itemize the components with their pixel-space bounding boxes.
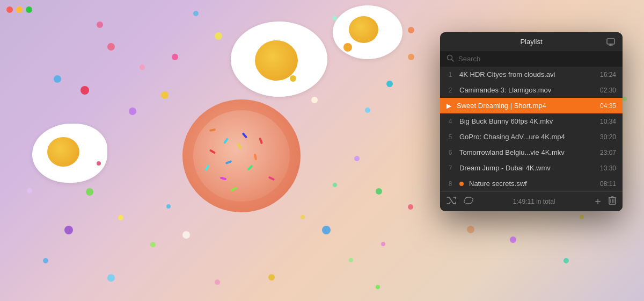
item-number: 4: [447, 118, 454, 125]
item-duration: 30:20: [600, 133, 616, 141]
item-duration: 04:35: [600, 102, 616, 110]
item-name: 4K HDR Cityes from clouds.avi: [459, 70, 595, 78]
playlist-item[interactable]: 4 Big Buck Bunny 60fps 4K.mkv 10:34: [440, 113, 623, 129]
playlist-item[interactable]: ▶ Sweet Dreaming | Short.mp4 04:35: [440, 98, 623, 113]
maximize-button[interactable]: [26, 6, 32, 13]
playlist-item[interactable]: 2 Caminandes 3: Llamigos.mov 02:30: [440, 82, 623, 98]
shuffle-button[interactable]: [447, 197, 456, 206]
delete-button[interactable]: [609, 196, 616, 207]
item-name: Big Buck Bunny 60fps 4K.mkv: [459, 117, 595, 125]
item-duration: 02:30: [600, 87, 616, 94]
item-name: GoPro: Chasing AdV...ure 4K.mp4: [459, 133, 595, 141]
item-name: Nature secrets.swf: [469, 180, 595, 188]
play-icon: ▶: [447, 102, 451, 110]
item-name: Dream Jump - Dubai 4K.wmv: [459, 164, 595, 172]
item-duration: 10:34: [600, 118, 616, 125]
minimize-button[interactable]: [16, 6, 23, 13]
add-button[interactable]: +: [595, 196, 601, 207]
item-number: 1: [447, 71, 454, 78]
item-number: 7: [447, 164, 454, 172]
screen-icon-button[interactable]: [606, 38, 615, 46]
item-duration: 13:30: [600, 164, 616, 172]
search-input[interactable]: [458, 55, 616, 63]
header-icons: [606, 38, 615, 46]
item-name: Caminandes 3: Llamigos.mov: [459, 86, 595, 94]
svg-line-4: [452, 60, 454, 62]
total-duration: 1:49:11 in total: [473, 198, 595, 205]
playlist-item[interactable]: 8 Nature secrets.swf 08:11: [440, 176, 623, 191]
item-name: Tomorrowland Belgiu...vie 4K.mkv: [459, 148, 595, 156]
search-icon: [447, 54, 454, 63]
playlist-item[interactable]: 6 Tomorrowland Belgiu...vie 4K.mkv 23:07: [440, 145, 623, 160]
window-chrome: [6, 6, 32, 13]
playlist-panel: Playlist 1 4K HDR Cityes from clouds.avi: [440, 32, 623, 211]
item-number: 5: [447, 133, 454, 141]
svg-rect-0: [607, 39, 614, 44]
item-duration: 08:11: [600, 180, 616, 188]
footer-right-controls: +: [595, 196, 616, 207]
panel-title: Playlist: [520, 38, 542, 46]
item-duration: 16:24: [600, 71, 616, 78]
repeat-button[interactable]: [464, 197, 473, 206]
item-dot-indicator: [459, 182, 464, 186]
item-number: 2: [447, 87, 454, 94]
panel-footer: 1:49:11 in total +: [440, 191, 623, 211]
playlist-item[interactable]: 1 4K HDR Cityes from clouds.avi 16:24: [440, 67, 623, 82]
playlist-items: 1 4K HDR Cityes from clouds.avi 16:24 2 …: [440, 67, 623, 191]
footer-left-controls: [447, 197, 473, 206]
item-number: 8: [447, 180, 454, 188]
item-number: 6: [447, 149, 454, 156]
playlist-item[interactable]: 7 Dream Jump - Dubai 4K.wmv 13:30: [440, 160, 623, 176]
close-button[interactable]: [6, 6, 13, 13]
search-bar: [440, 51, 623, 67]
item-duration: 23:07: [600, 149, 616, 156]
panel-header: Playlist: [440, 32, 623, 51]
item-name: Sweet Dreaming | Short.mp4: [457, 102, 595, 110]
playlist-item[interactable]: 5 GoPro: Chasing AdV...ure 4K.mp4 30:20: [440, 129, 623, 145]
